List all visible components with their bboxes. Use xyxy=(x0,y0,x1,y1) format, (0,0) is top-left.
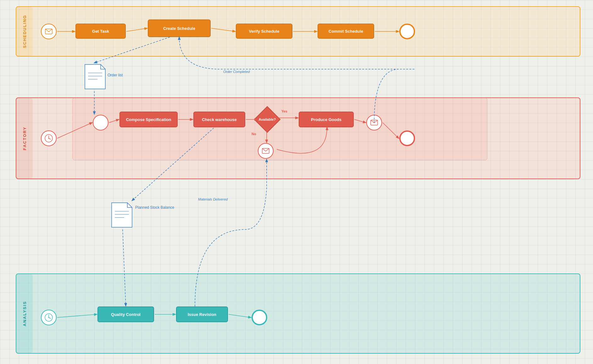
svg-marker-15 xyxy=(112,203,132,227)
swimlane-factory-label: FACTORY xyxy=(16,98,33,179)
swimlane-scheduling-label: SCHEDULING xyxy=(16,7,33,56)
document-order-list-label: Order list xyxy=(108,73,123,77)
label-yes: Yes xyxy=(281,109,287,113)
factory-no-envelope xyxy=(258,143,274,159)
analysis-quality-control[interactable]: Quality Control xyxy=(97,306,154,322)
label-no: No xyxy=(252,132,256,136)
svg-marker-11 xyxy=(85,64,105,89)
scheduling-start-envelope xyxy=(41,24,57,39)
analysis-end-event xyxy=(252,310,267,325)
flow-label-materials-delivered: Materials Delivered xyxy=(198,197,228,201)
scheduling-get-task[interactable]: Get Task xyxy=(75,24,126,39)
factory-compose-spec[interactable]: Compose Specification xyxy=(119,112,178,127)
scheduling-verify-schedule[interactable]: Verify Schedule xyxy=(236,24,292,39)
factory-end-event xyxy=(399,130,415,146)
flow-label-order-completed: Order Completed xyxy=(223,70,250,74)
factory-available-gateway: Available? xyxy=(258,110,277,129)
document-planned-stock xyxy=(110,201,134,229)
svg-point-4 xyxy=(48,138,49,139)
factory-check-warehouse[interactable]: Check warehouse xyxy=(193,112,245,127)
diagram-container: SCHEDULING FACTORY ANALYSIS Get Task Cre… xyxy=(0,0,593,364)
swimlane-analysis-label: ANALYSIS xyxy=(16,274,33,353)
analysis-issue-revision[interactable]: Issue Revision xyxy=(176,306,228,322)
analysis-clock-start xyxy=(41,310,57,325)
document-order-list xyxy=(83,63,107,91)
factory-clock-start xyxy=(41,130,57,146)
scheduling-create-schedule[interactable]: Create Schedule xyxy=(148,19,211,37)
factory-produce-goods[interactable]: Produce Goods xyxy=(299,112,354,127)
factory-inner-area xyxy=(72,97,487,160)
scheduling-commit-schedule[interactable]: Commit Schedule xyxy=(318,24,374,39)
factory-inner-start xyxy=(93,115,108,130)
factory-inner-envelope-end xyxy=(366,115,382,130)
scheduling-end-event xyxy=(399,24,415,39)
svg-point-10 xyxy=(48,317,49,318)
document-planned-stock-label: Planned Stock Balance xyxy=(135,205,174,210)
